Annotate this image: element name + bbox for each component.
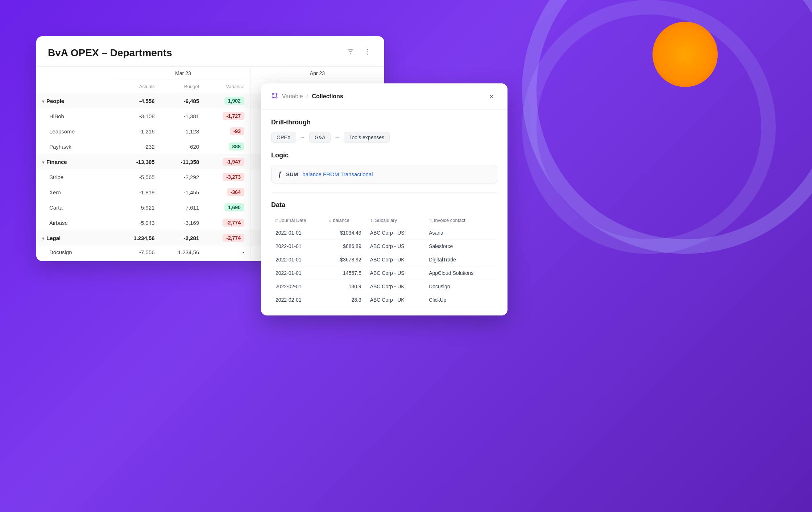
invoice-contact: Docusign [424, 280, 497, 293]
right-panel: Variable / Collections × Drill-through O… [261, 83, 508, 315]
child-budget: -1,455 [161, 185, 205, 200]
journal-date: 2022-01-01 [271, 226, 325, 240]
group-actuals: -13,305 [116, 154, 161, 169]
logic-expression: balance FROM Transactional [302, 171, 373, 177]
journal-date: 2022-02-01 [271, 280, 325, 293]
group-budget: -6,485 [161, 93, 205, 109]
subsidiary: ABC Corp - UK [366, 253, 424, 267]
breadcrumb-current: Collections [312, 93, 343, 100]
data-table-row[interactable]: 2022-02-01 130.9 ABC Corp - UK Docusign [271, 280, 497, 293]
data-table: □Journal Date#balanceTtSubsidiaryTtInvoi… [271, 215, 497, 307]
data-table-row[interactable]: 2022-01-01 $3678.92 ABC Corp - UK Digita… [271, 253, 497, 267]
bva-title: BvA OPEX – Departments [48, 47, 172, 59]
drill-through: OPEX→G&A→Tools expenses [271, 132, 497, 143]
group-variance: -2,774 [205, 230, 250, 245]
balance: 14567.5 [325, 267, 366, 280]
background-ring-2 [522, 0, 776, 254]
balance: $3678.92 [325, 253, 366, 267]
invoice-contact: Asana [424, 226, 497, 240]
data-table-row[interactable]: 2022-02-01 28.3 ABC Corp - UK ClickUp [271, 293, 497, 307]
child-variance: - [205, 245, 250, 259]
invoice-contact: Salesforce [424, 240, 497, 253]
svg-point-5 [367, 54, 368, 55]
breadcrumb-parent: Variable [282, 93, 303, 100]
close-button[interactable]: × [486, 91, 497, 102]
group-budget: -2,281 [161, 230, 205, 245]
background-ring-1 [476, 0, 812, 300]
child-variance: -93 [205, 124, 250, 139]
svg-point-7 [276, 93, 277, 94]
child-actuals: -7,556 [116, 245, 161, 259]
breadcrumb-separator: / [307, 93, 308, 100]
col-mar-actuals: Actuals [116, 80, 161, 93]
subsidiary: ABC Corp - US [366, 240, 424, 253]
journal-date: 2022-01-01 [271, 253, 325, 267]
data-table-row[interactable]: 2022-01-01 14567.5 ABC Corp - US AppClou… [271, 267, 497, 280]
child-actuals: -1,819 [116, 185, 161, 200]
child-name: Payhawk [36, 139, 116, 154]
group-actuals: 1.234,56 [116, 230, 161, 245]
svg-point-8 [272, 97, 273, 98]
child-variance: 1,690 [205, 200, 250, 215]
drill-through-tag[interactable]: G&A [309, 132, 331, 143]
child-actuals: -3,108 [116, 108, 161, 124]
child-name: Xero [36, 185, 116, 200]
child-name: Stripe [36, 169, 116, 185]
col-header-invoice-contact: TtInvoice contact [424, 215, 497, 226]
col-mar-variance: Variance [205, 80, 250, 93]
child-actuals: -5,943 [116, 215, 161, 230]
child-name: Airbase [36, 215, 116, 230]
child-budget: -3,169 [161, 215, 205, 230]
child-budget: 1.234,56 [161, 245, 205, 259]
svg-point-9 [276, 97, 277, 98]
subsidiary: ABC Corp - US [366, 267, 424, 280]
logic-section: Logic ƒ SUM balance FROM Transactional [271, 152, 497, 193]
balance: $1034.43 [325, 226, 366, 240]
group-variance: -1,947 [205, 154, 250, 169]
logic-row: ƒ SUM balance FROM Transactional [271, 165, 497, 183]
svg-point-3 [367, 49, 368, 50]
subsidiary: ABC Corp - UK [366, 280, 424, 293]
main-wrapper: BvA OPEX – Departments Mar 23 [36, 36, 384, 261]
child-name: HiBob [36, 108, 116, 124]
child-budget: -1,123 [161, 124, 205, 139]
data-table-row[interactable]: 2022-01-01 $886.89 ABC Corp - US Salesfo… [271, 240, 497, 253]
breadcrumb: Variable / Collections [271, 92, 343, 101]
drill-through-tag[interactable]: OPEX [271, 132, 296, 143]
child-actuals: -5,565 [116, 169, 161, 185]
drill-through-arrow: → [334, 134, 340, 141]
more-options-button[interactable] [362, 46, 373, 59]
child-budget: -2,292 [161, 169, 205, 185]
background-orb [652, 22, 718, 87]
child-budget: -620 [161, 139, 205, 154]
filter-button[interactable] [345, 46, 356, 59]
child-name: Leapsome [36, 124, 116, 139]
journal-date: 2022-02-01 [271, 293, 325, 307]
group-name: ▾Legal [36, 230, 116, 245]
col-header-balance: #balance [325, 215, 366, 226]
child-actuals: -5,921 [116, 200, 161, 215]
invoice-contact: ClickUp [424, 293, 497, 307]
right-panel-body: Drill-through OPEX→G&A→Tools expenses Lo… [261, 110, 508, 315]
drill-through-arrow: → [300, 134, 306, 141]
drill-through-tag[interactable]: Tools expenses [344, 132, 390, 143]
journal-date: 2022-01-01 [271, 267, 325, 280]
child-budget: -1,381 [161, 108, 205, 124]
balance: 28.3 [325, 293, 366, 307]
data-title: Data [271, 201, 497, 209]
subsidiary: ABC Corp - US [366, 226, 424, 240]
function-icon: ƒ [278, 170, 282, 178]
bva-panel-header: BvA OPEX – Departments [36, 36, 384, 67]
bva-header-actions [345, 46, 373, 59]
child-budget: -7,611 [161, 200, 205, 215]
journal-date: 2022-01-01 [271, 240, 325, 253]
col-header-journal-date: □Journal Date [271, 215, 325, 226]
child-actuals: -1,216 [116, 124, 161, 139]
data-table-row[interactable]: 2022-01-01 $1034.43 ABC Corp - US Asana [271, 226, 497, 240]
variable-icon [271, 92, 278, 101]
group-variance: 1,902 [205, 93, 250, 109]
invoice-contact: AppCloud Solutions [424, 267, 497, 280]
group-budget: -11,358 [161, 154, 205, 169]
child-name: Docusign [36, 245, 116, 259]
balance: 130.9 [325, 280, 366, 293]
